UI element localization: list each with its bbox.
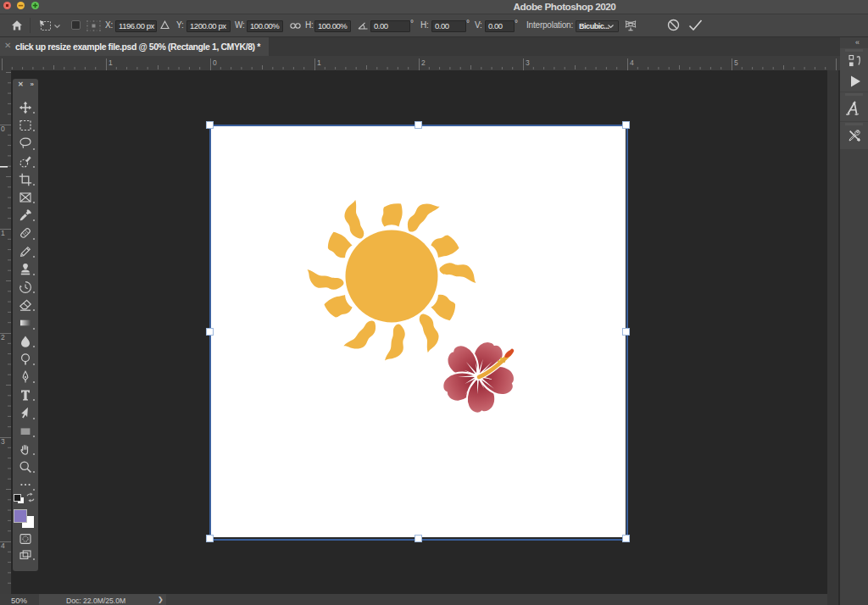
svg-text:5: 5 [734, 58, 738, 67]
svg-text:4: 4 [630, 58, 634, 67]
svg-text:0: 0 [1, 125, 5, 133]
svg-text:2: 2 [421, 58, 426, 67]
svg-text:1: 1 [108, 58, 113, 67]
svg-text:0: 0 [213, 58, 217, 67]
svg-text:3: 3 [526, 58, 530, 67]
svg-text:2: 2 [1, 333, 5, 341]
svg-text:3: 3 [1, 437, 5, 446]
svg-text:1: 1 [1, 229, 5, 237]
svg-text:1: 1 [317, 58, 321, 67]
svg-text:4: 4 [1, 541, 5, 550]
